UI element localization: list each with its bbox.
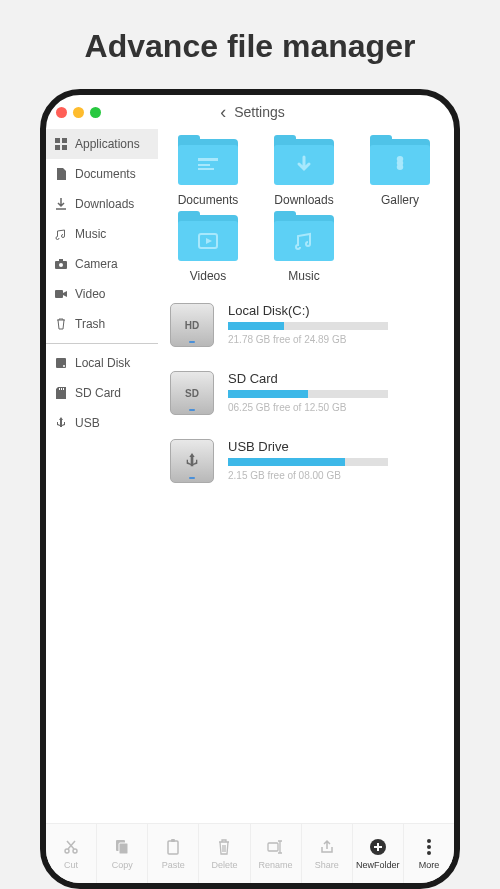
folder-label: Documents <box>178 193 239 207</box>
sidebar-item-label: Camera <box>75 257 118 271</box>
sidebar-item-downloads[interactable]: Downloads <box>46 189 158 219</box>
bottombar-more[interactable]: More <box>404 824 454 883</box>
share-icon <box>319 837 335 857</box>
rename-icon <box>267 837 285 857</box>
phone-frame: ‹ Settings ApplicationsDocumentsDownload… <box>40 89 460 889</box>
bottombar-label: Delete <box>211 860 237 870</box>
close-button[interactable] <box>56 107 67 118</box>
topbar-title: Settings <box>234 104 285 120</box>
sidebar-item-label: Downloads <box>75 197 134 211</box>
svg-rect-15 <box>198 168 214 170</box>
sidebar-item-sd-card[interactable]: SD Card <box>46 378 158 408</box>
bottombar-label: NewFolder <box>356 860 400 870</box>
svg-rect-3 <box>62 145 67 150</box>
drive-sd-card[interactable]: SDSD Card06.25 GB free of 12.50 GB <box>170 371 446 415</box>
drive-name: USB Drive <box>228 439 446 454</box>
bottombar-copy[interactable]: Copy <box>97 824 148 883</box>
video-icon <box>54 287 68 301</box>
svg-rect-2 <box>55 145 60 150</box>
sidebar-item-label: Applications <box>75 137 140 151</box>
cut-icon <box>63 837 79 857</box>
sidebar-item-label: Trash <box>75 317 105 331</box>
svg-point-5 <box>59 263 63 267</box>
bottombar-label: Copy <box>112 860 133 870</box>
svg-rect-20 <box>119 843 128 854</box>
sidebar-item-video[interactable]: Video <box>46 279 158 309</box>
sidebar-divider <box>46 343 158 344</box>
bottombar-rename[interactable]: Rename <box>251 824 302 883</box>
svg-rect-13 <box>198 158 218 161</box>
svg-point-27 <box>427 851 431 855</box>
sidebar-item-label: Documents <box>75 167 136 181</box>
back-button[interactable]: ‹ Settings <box>101 102 404 123</box>
maximize-button[interactable] <box>90 107 101 118</box>
sidebar-item-label: Video <box>75 287 105 301</box>
camera-icon <box>54 257 68 271</box>
sidebar-item-documents[interactable]: Documents <box>46 159 158 189</box>
svg-rect-21 <box>168 841 178 854</box>
video-icon <box>197 232 219 250</box>
grid-icon <box>54 137 68 151</box>
chevron-left-icon: ‹ <box>220 102 226 123</box>
folder-videos[interactable]: Videos <box>162 215 254 283</box>
drive-icon: HD <box>170 303 214 347</box>
folder-music[interactable]: Music <box>258 215 350 283</box>
drive-usage-bar <box>228 458 388 466</box>
drive-list: HDLocal Disk(C:)21.78 GB free of 24.89 G… <box>162 303 446 483</box>
sidebar-item-label: Local Disk <box>75 356 130 370</box>
drive-usb-drive[interactable]: USB Drive2.15 GB free of 08.00 GB <box>170 439 446 483</box>
bottombar-delete[interactable]: Delete <box>199 824 250 883</box>
folder-label: Gallery <box>381 193 419 207</box>
page-title: Advance file manager <box>0 0 500 89</box>
folder-documents[interactable]: Documents <box>162 139 254 207</box>
svg-rect-10 <box>59 388 60 390</box>
svg-rect-0 <box>55 138 60 143</box>
bottombar-cut[interactable]: Cut <box>46 824 97 883</box>
folder-icon <box>178 139 238 187</box>
sidebar-item-applications[interactable]: Applications <box>46 129 158 159</box>
folder-downloads[interactable]: Downloads <box>258 139 350 207</box>
svg-point-18 <box>73 849 77 853</box>
sidebar-item-label: Music <box>75 227 106 241</box>
sidebar-item-label: USB <box>75 416 100 430</box>
svg-rect-7 <box>55 290 63 298</box>
svg-rect-11 <box>61 388 62 390</box>
doc-icon <box>54 167 68 181</box>
bottombar-label: Cut <box>64 860 78 870</box>
sdcard-icon <box>54 386 68 400</box>
drive-icon: SD <box>170 371 214 415</box>
more-icon <box>427 837 431 857</box>
sidebar-item-label: SD Card <box>75 386 121 400</box>
sidebar-item-music[interactable]: Music <box>46 219 158 249</box>
trash-icon <box>54 317 68 331</box>
sidebar: ApplicationsDocumentsDownloadsMusicCamer… <box>46 129 158 823</box>
sidebar-item-local-disk[interactable]: Local Disk <box>46 348 158 378</box>
disk-icon <box>54 356 68 370</box>
folder-icon <box>370 139 430 187</box>
sidebar-item-camera[interactable]: Camera <box>46 249 158 279</box>
download-icon <box>54 197 68 211</box>
newfolder-icon <box>369 837 387 857</box>
drive-free-text: 06.25 GB free of 12.50 GB <box>228 402 446 413</box>
svg-point-25 <box>427 839 431 843</box>
sidebar-item-trash[interactable]: Trash <box>46 309 158 339</box>
folder-gallery[interactable]: Gallery <box>354 139 446 207</box>
bottombar-label: Paste <box>162 860 185 870</box>
drive-icon <box>170 439 214 483</box>
paste-icon <box>166 837 180 857</box>
svg-rect-23 <box>268 843 278 851</box>
bottombar-newfolder[interactable]: NewFolder <box>353 824 404 883</box>
bottombar-share[interactable]: Share <box>302 824 353 883</box>
bottombar-paste[interactable]: Paste <box>148 824 199 883</box>
svg-rect-1 <box>62 138 67 143</box>
delete-icon <box>217 837 231 857</box>
sidebar-item-usb[interactable]: USB <box>46 408 158 438</box>
music-icon <box>293 231 315 251</box>
gallery-icon <box>389 154 411 176</box>
svg-rect-12 <box>63 388 64 390</box>
documents-icon <box>196 156 220 174</box>
minimize-button[interactable] <box>73 107 84 118</box>
drive-local-disk-c-[interactable]: HDLocal Disk(C:)21.78 GB free of 24.89 G… <box>170 303 446 347</box>
drive-free-text: 2.15 GB free of 08.00 GB <box>228 470 446 481</box>
svg-rect-14 <box>198 164 210 166</box>
